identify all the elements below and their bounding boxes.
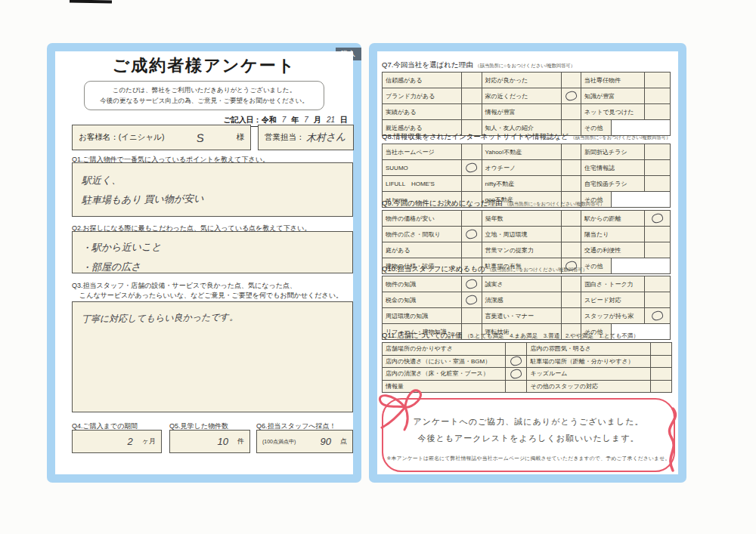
handwritten-circle-mark bbox=[510, 356, 522, 367]
option-label: 自宅投函チラシ bbox=[581, 175, 645, 192]
q5-answer-box: 10 件 bbox=[169, 430, 250, 453]
left-page-body: ご成約者様アンケート このたびは、弊社をご利用いただきありがとうございました。 … bbox=[55, 51, 353, 474]
q10-title-text: Q10.担当スタッフに求めるもの bbox=[382, 264, 485, 273]
customer-name-suffix: 様 bbox=[237, 132, 245, 143]
option-label: ネットで見つけた bbox=[581, 103, 645, 120]
q4-answer-box: 2 ヶ月 bbox=[72, 430, 162, 453]
option-label: 面白さ・トーク力 bbox=[581, 276, 645, 292]
answer-mark-cell bbox=[650, 342, 672, 356]
answer-mark-cell bbox=[644, 159, 671, 176]
handwritten-circle-mark bbox=[651, 213, 664, 224]
option-label: 新聞折込チラシ bbox=[581, 144, 645, 160]
option-label: 当社専任物件 bbox=[581, 72, 645, 88]
table-row: 周辺環境の知識言葉遣い・マナースタッフが持ち家 bbox=[382, 307, 674, 324]
q5-unit: 件 bbox=[237, 437, 244, 446]
option-label: 誠実さ bbox=[482, 276, 562, 292]
handwritten-day: 21 bbox=[327, 116, 335, 124]
option-label: 知識が豊富 bbox=[581, 88, 645, 104]
handwritten-answer-line: 駐車場もあり 買い物が安い bbox=[82, 187, 343, 211]
option-label: 周辺環境の知識 bbox=[382, 307, 462, 324]
handwritten-q4-value: 2 bbox=[128, 436, 133, 447]
table-row: 物件の広さ・間取り立地・周辺環境陽当たり bbox=[382, 226, 674, 242]
q3-answer-box: 丁寧に対応してもらい良かったです。 bbox=[72, 301, 353, 412]
table-row: ブランド力がある家の近くだった知識が豊富 bbox=[382, 88, 674, 104]
option-label: 店舗場所の分かりやすさ bbox=[382, 342, 506, 356]
scan-artifact bbox=[70, 0, 112, 4]
option-label: 店内の快適さ（におい・室温・BGM） bbox=[382, 355, 506, 369]
answer-mark-cell bbox=[461, 72, 482, 88]
answer-mark-cell bbox=[461, 159, 482, 176]
answer-mark-cell bbox=[461, 175, 482, 192]
answer-mark-cell bbox=[461, 88, 482, 104]
answer-mark-cell bbox=[561, 72, 581, 88]
q2-answer-box: ・駅から近いこと ・部屋の広さ bbox=[72, 231, 353, 273]
survey-page-right: Q7.今回当社を選ばれた理由 （該当箇所に○をおつけください/複数回答可） 信頼… bbox=[369, 43, 686, 483]
option-label: 駐車場の場所（距離・分かりやすさ） bbox=[526, 355, 650, 369]
answer-mark-cell bbox=[561, 144, 581, 160]
q9-title-text: Q9.今回の物件にお決めになった理由 bbox=[382, 199, 503, 207]
answer-mark-cell bbox=[644, 88, 671, 104]
option-label: 実績がある bbox=[382, 103, 462, 120]
survey-page-left: 購入 ご成約者様アンケート このたびは、弊社をご利用いただきありがとうございまし… bbox=[47, 43, 361, 483]
handwritten-circle-mark bbox=[465, 229, 478, 240]
q6-unit: 点 bbox=[340, 437, 347, 446]
q11-title: Q11.店舗についての評価 （5.とても満足 4.まあ満足 3.普通 2.やや満… bbox=[382, 331, 674, 341]
month-unit: 月 bbox=[314, 115, 321, 125]
intro-line: 今後の更なるサービス向上の為、ご意見・ご要望をお聞かせください。 bbox=[89, 96, 319, 106]
handwritten-circle-mark bbox=[565, 91, 578, 102]
intro-message-box: このたびは、弊社をご利用いただきありがとうございました。 今後の更なるサービス向… bbox=[84, 81, 324, 110]
option-label: 物件の広さ・間取り bbox=[382, 226, 462, 242]
option-label: 物件の知識 bbox=[382, 276, 462, 292]
answer-mark-cell bbox=[644, 307, 671, 324]
option-label: キッズルーム bbox=[526, 367, 650, 381]
option-label: オウチーノ bbox=[482, 159, 562, 176]
answer-mark-cell bbox=[505, 380, 527, 394]
option-label: nifty不動産 bbox=[482, 175, 562, 192]
handwritten-customer-initial: S bbox=[164, 128, 237, 147]
option-label: 家の近くだった bbox=[482, 88, 562, 104]
option-label: スタッフが持ち家 bbox=[581, 307, 645, 324]
date-prefix: ご記入日：令和 bbox=[224, 115, 277, 125]
answer-mark-cell bbox=[561, 276, 581, 292]
thanks-line: 今後ともアークレストをよろしくお願いいたします。 bbox=[383, 433, 674, 444]
answer-mark-cell bbox=[461, 103, 482, 120]
answer-mark-cell bbox=[461, 242, 482, 258]
answer-mark-cell bbox=[561, 292, 581, 308]
handwritten-year: 7 bbox=[282, 116, 287, 124]
right-page-body: Q7.今回当社を選ばれた理由 （該当箇所に○をおつけください/複数回答可） 信頼… bbox=[377, 51, 678, 474]
handwritten-sales-rep: 木村さん bbox=[304, 130, 347, 145]
q11-section: Q11.店舗についての評価 （5.とても満足 4.まあ満足 3.普通 2.やや満… bbox=[382, 331, 674, 393]
handwritten-q5-value: 10 bbox=[218, 436, 228, 447]
answer-mark-cell bbox=[561, 242, 581, 258]
answer-mark-cell bbox=[650, 380, 672, 394]
handwritten-circle-mark bbox=[465, 279, 478, 290]
table-row: LIFULL HOME'Snifty不動産自宅投函チラシ bbox=[382, 175, 674, 192]
answer-mark-cell bbox=[461, 307, 482, 324]
day-unit: 日 bbox=[340, 115, 348, 125]
q9-section: Q9.今回の物件にお決めになった理由 （該当箇所に○をおつけください/複数回答可… bbox=[382, 199, 674, 274]
table-row: 店舗場所の分かりやすさ店内の雰囲気・明るさ bbox=[382, 342, 674, 356]
option-label: 交通の利便性 bbox=[581, 242, 645, 258]
handwritten-circle-mark bbox=[465, 162, 478, 174]
q7-title-text: Q7.今回当社を選ばれた理由 bbox=[382, 60, 473, 69]
q8-title: Q8.情報収集をされたインターネットサイトや情報誌など （該当箇所に○をおつけく… bbox=[382, 132, 674, 142]
answer-mark-cell bbox=[644, 242, 671, 258]
option-label: 物件の価格が安い bbox=[382, 210, 462, 227]
q9-note: （該当箇所に○をおつけください/複数回答可） bbox=[504, 201, 605, 206]
handwritten-answer-line: ・部屋の広さ bbox=[82, 255, 343, 278]
intro-line: このたびは、弊社をご利用いただきありがとうございました。 bbox=[89, 85, 319, 96]
table-row: 物件の知識誠実さ面白さ・トーク力 bbox=[382, 276, 674, 292]
option-label: 庭がある bbox=[382, 242, 462, 258]
answer-mark-cell bbox=[644, 276, 671, 292]
q8-title-text: Q8.情報収集をされたインターネットサイトや情報誌など bbox=[382, 132, 569, 140]
q9-title: Q9.今回の物件にお決めになった理由 （該当箇所に○をおつけください/複数回答可… bbox=[382, 199, 674, 208]
q11-title-text: Q11.店舗についての評価 bbox=[382, 331, 463, 339]
page-title: ご成約者様アンケート bbox=[55, 54, 353, 77]
answer-mark-cell bbox=[561, 103, 581, 120]
q8-note: （該当箇所に○をおつけください/複数回答可） bbox=[571, 134, 671, 140]
table-row: 店内の快適さ（におい・室温・BGM）駐車場の場所（距離・分かりやすさ） bbox=[382, 355, 674, 369]
table-row: 庭がある営業マンの提案力交通の利便性 bbox=[382, 242, 674, 258]
handwritten-q6-value: 90 bbox=[321, 436, 331, 447]
option-label: ブランド力がある bbox=[382, 88, 462, 104]
ribbon-bow-icon bbox=[373, 384, 438, 433]
